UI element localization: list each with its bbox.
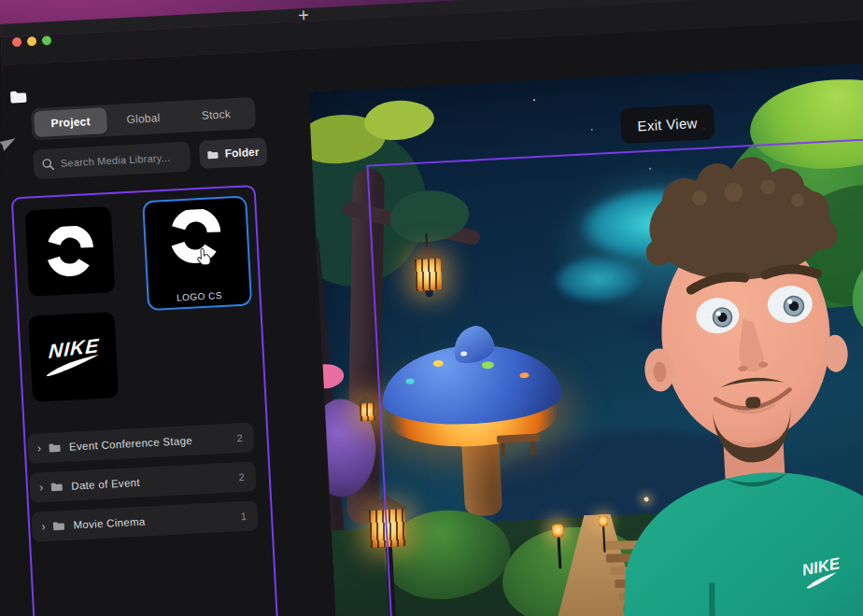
media-dropzone: LOGO CS NIKE Event Conference Stage 2: [11, 185, 279, 616]
tab-global[interactable]: Global: [106, 104, 180, 133]
asset-label: LOGO CS: [149, 288, 249, 304]
chevron-right-icon: [39, 483, 44, 492]
search-input[interactable]: Search Media Library...: [33, 142, 191, 180]
search-placeholder: Search Media Library...: [61, 152, 171, 169]
library-tab-bar: Project Global Stock: [31, 97, 256, 141]
folder-icon: [50, 481, 64, 493]
folder-name: Date of Event: [71, 472, 232, 492]
folder-rail-icon[interactable]: [9, 89, 29, 108]
exit-view-button[interactable]: Exit View: [620, 104, 715, 144]
folder-name: Movie Cinema: [73, 511, 233, 531]
search-icon: [42, 158, 55, 171]
new-tab-button[interactable]: +: [292, 4, 314, 25]
app-body: Project Global Stock Search Media Librar…: [2, 15, 863, 616]
folder-count: 2: [238, 471, 245, 483]
c-logo: [43, 225, 96, 278]
desktop: + Project Global Stock Search Media Libr…: [0, 0, 863, 616]
chevron-right-icon: [37, 443, 42, 453]
folder-icon: [52, 520, 66, 532]
folder-row-movie-cinema[interactable]: Movie Cinema 1: [31, 500, 258, 542]
send-icon[interactable]: [0, 137, 19, 157]
folder-icon: [49, 441, 63, 454]
folder-count: 2: [236, 432, 243, 443]
stars: [533, 99, 535, 101]
asset-thumbnail-nike[interactable]: NIKE: [28, 312, 119, 402]
folder-icon: [206, 148, 219, 160]
small-lantern: [356, 395, 378, 426]
app-window: + Project Global Stock Search Media Libr…: [0, 0, 863, 616]
folder-count: 1: [241, 511, 248, 522]
scene-viewport[interactable]: NIKE: [308, 58, 863, 616]
asset-thumbnail-logo-cs-selected[interactable]: LOGO CS: [142, 195, 252, 311]
folder-name: Event Conference Stage: [69, 433, 230, 453]
folder-row-date-of-event[interactable]: Date of Event 2: [29, 461, 256, 503]
tab-project[interactable]: Project: [34, 107, 107, 137]
hand-cursor-icon: [195, 248, 212, 267]
scene-selection-frame: [366, 120, 863, 616]
tab-stock[interactable]: Stock: [179, 100, 253, 130]
folder-row-event-conference-stage[interactable]: Event Conference Stage 2: [27, 422, 254, 464]
chevron-right-icon: [41, 522, 46, 531]
folder-button[interactable]: Folder: [199, 137, 267, 169]
nike-logo: NIKE: [46, 336, 102, 377]
folder-button-label: Folder: [224, 146, 259, 161]
asset-thumbnail-c-logo[interactable]: [24, 206, 115, 297]
